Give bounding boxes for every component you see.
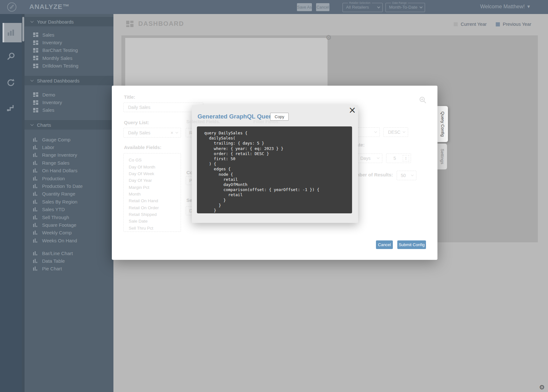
sidebar-scrollbar[interactable]	[22, 14, 25, 392]
modal-cancel-button[interactable]: Cancel	[376, 240, 393, 249]
sort-field-select[interactable]	[357, 127, 380, 137]
sidebar-item-dashboard[interactable]: Drilldown Testing	[25, 62, 113, 70]
sidebar-item-dashboard[interactable]: Monthly Sales	[25, 54, 113, 62]
available-field-item[interactable]: Day Of Week	[124, 170, 181, 177]
dashboard-grid-icon	[33, 92, 38, 97]
tab-query-config[interactable]: Query Config	[437, 106, 448, 142]
sidebar-item-chart[interactable]: Sell Through	[25, 213, 113, 221]
sidebar-item-dashboard[interactable]: Inventory	[25, 98, 113, 106]
sidebar-item-chart-type[interactable]: Bar/Line Chart	[25, 249, 113, 257]
sidebar-item-chart[interactable]: Gauge Comp	[25, 136, 113, 143]
graphql-code-block[interactable]: query DailySales { dailySales( trailing:…	[197, 126, 352, 213]
sidebar-item-label: BarChart Testing	[42, 47, 78, 53]
mini-bar-chart-icon	[33, 192, 38, 196]
section-title: Your Dashboards	[37, 19, 74, 25]
widget-gear-icon[interactable]: ⚙	[326, 34, 332, 41]
steps-nav-button[interactable]	[0, 103, 22, 113]
sidebar-item-chart[interactable]: Range Inventory	[25, 151, 113, 159]
sidebar-item-chart[interactable]: Production To Date	[25, 182, 113, 190]
sidebar-item-label: Pie Chart	[42, 266, 62, 271]
query-list-select[interactable]: Daily Sales ×	[123, 128, 181, 138]
sidebar-item-chart[interactable]: Sales By Region	[25, 198, 113, 205]
dashboard-grid-icon	[33, 48, 38, 53]
chevron-down-icon	[374, 130, 377, 133]
available-field-item[interactable]: Sale Date	[124, 218, 181, 225]
dashboard-grid-icon	[33, 100, 38, 105]
submit-config-button[interactable]: Submit Config	[397, 240, 426, 249]
section-title: Shared Dashboards	[37, 78, 79, 83]
days-count-stepper[interactable]: 5 ▲ ▼	[386, 153, 411, 163]
dashboards-nav-button[interactable]	[0, 28, 22, 38]
save-as-button[interactable]: Save As	[297, 3, 312, 11]
stepper-arrows-icon[interactable]: ▲ ▼	[403, 155, 409, 161]
sidebar-item-dashboard[interactable]: BarChart Testing	[25, 46, 113, 54]
available-field-item[interactable]: Retail On Order	[124, 204, 181, 211]
sidebar-item-chart[interactable]: On Hand Dollars	[25, 167, 113, 175]
available-field-item[interactable]: Retail Shipped	[124, 211, 181, 218]
sidebar-item-chart[interactable]: Labor	[25, 143, 113, 151]
sidebar-item-chart-type[interactable]: Data Table	[25, 257, 113, 265]
section-your-dashboards[interactable]: Your Dashboards	[25, 17, 113, 26]
sidebar-item-label: Square Footage	[42, 222, 76, 228]
sidebar-item-chart[interactable]: Range Sales	[25, 159, 113, 167]
sidebar-item-label: Production	[42, 176, 65, 181]
sidebar-item-chart[interactable]: Square Footage	[25, 221, 113, 229]
bar-chart-icon	[6, 28, 16, 38]
mini-bar-chart-icon	[33, 231, 38, 235]
date-range-days-select[interactable]: Days	[357, 153, 382, 163]
refresh-nav-button[interactable]	[0, 78, 22, 88]
title-input[interactable]: Daily Sales	[123, 103, 203, 112]
cancel-button[interactable]: Cancel	[316, 3, 329, 11]
available-field-item[interactable]: Day Of Month	[124, 163, 181, 170]
field-label: Day Of Week	[129, 171, 154, 176]
dashboard-grid-icon	[33, 64, 38, 68]
sidebar-item-chart[interactable]: Weekly Comp	[25, 229, 113, 237]
user-menu[interactable]: Welcome Matthew! ▾	[480, 4, 530, 10]
page-settings-gear-icon[interactable]: ⚙	[539, 383, 545, 391]
available-field-item[interactable]: Sell Thru Pct	[124, 225, 181, 232]
sidebar-item-label: Monthly Sales	[42, 55, 72, 61]
caret-down-icon: ▾	[527, 4, 530, 10]
available-field-item[interactable]: Co GS	[124, 157, 181, 163]
tab-settings[interactable]: Settings	[437, 144, 447, 169]
sidebar-item-chart-type[interactable]: Pie Chart	[25, 265, 113, 273]
shared-dashboards-list: Demo Inventory Sales	[25, 91, 113, 114]
dashboard-grid-icon	[33, 40, 38, 45]
sidebar-item-dashboard[interactable]: Inventory	[25, 39, 113, 46]
sidebar-scrollbar-thumb[interactable]	[22, 17, 24, 41]
zoom-in-icon[interactable]	[419, 96, 426, 103]
sidebar-item-dashboard[interactable]: Sales	[25, 31, 113, 39]
current-year-swatch	[454, 22, 458, 26]
available-field-item[interactable]: Day Of Year	[124, 177, 181, 184]
days-count-value: 5	[393, 156, 396, 161]
section-charts[interactable]: Charts	[25, 120, 113, 130]
sidebar-item-dashboard[interactable]: Demo	[25, 91, 113, 98]
daterange-select[interactable]: Date Range Month-To-Date	[386, 1, 425, 12]
retailer-select[interactable]: Retailer Selection All Retailers	[342, 1, 383, 12]
search-nav-button[interactable]	[0, 52, 22, 62]
chevron-down-icon	[31, 19, 34, 23]
stepper-down-icon[interactable]: ▼	[405, 158, 407, 160]
close-icon[interactable]: ×	[349, 106, 356, 115]
sidebar-item-label: Sales	[42, 107, 54, 113]
available-field-item[interactable]: Retail On Hand	[124, 197, 181, 204]
results-count-select[interactable]: 50	[397, 171, 416, 180]
section-title: Charts	[37, 122, 51, 128]
sidebar-item-chart[interactable]: Production	[25, 175, 113, 182]
sidebar-item-chart[interactable]: Weeks On Hand	[25, 237, 113, 244]
clear-icon[interactable]: ×	[170, 130, 176, 135]
sidebar-item-label: On Hand Dollars	[42, 168, 77, 173]
chevron-down-icon	[31, 123, 34, 126]
mini-bar-chart-icon	[33, 184, 38, 188]
app-header: ANALYZE™ Save As Cancel Retailer Selecti…	[0, 0, 548, 14]
available-field-item[interactable]: Margin Pct	[124, 184, 181, 190]
sort-direction-select[interactable]: DESC	[383, 127, 408, 137]
available-field-item[interactable]: Month	[124, 191, 181, 197]
field-label: Month	[129, 192, 141, 196]
sidebar-item-chart[interactable]: Quantity Range	[25, 190, 113, 198]
sidebar-item-dashboard[interactable]: Sales	[25, 106, 113, 114]
field-label: Day Of Month	[129, 165, 155, 169]
sidebar-item-chart[interactable]: Sales YTD	[25, 206, 113, 213]
sidebar-item-label: Bar/Line Chart	[42, 251, 73, 256]
section-shared-dashboards[interactable]: Shared Dashboards	[25, 76, 113, 85]
